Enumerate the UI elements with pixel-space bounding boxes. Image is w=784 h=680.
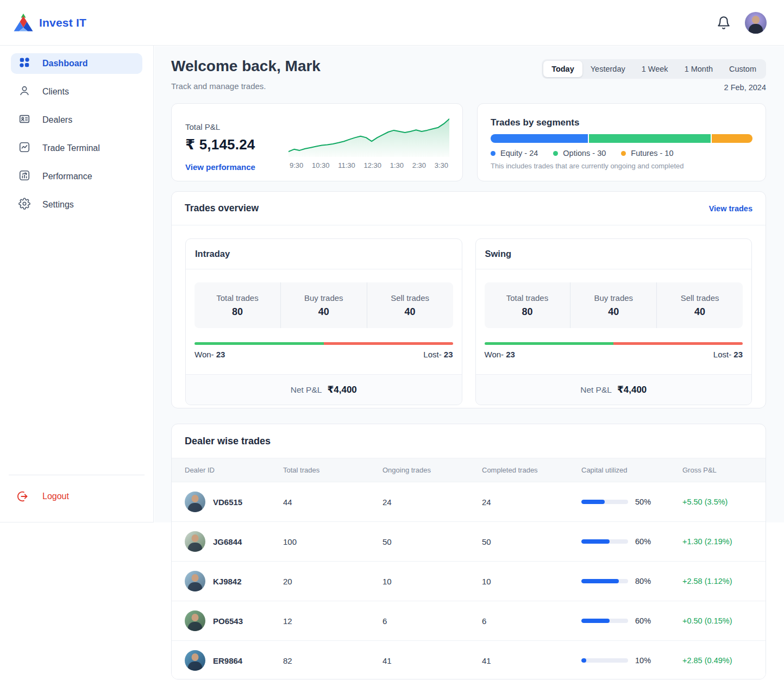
sparkline-time-label: 12:30 — [363, 161, 381, 169]
view-trades-link[interactable]: View trades — [709, 204, 752, 213]
trades-overview-card: Trades overview View trades Intraday Tot… — [171, 191, 766, 408]
sidebar-item-label: Dealers — [42, 115, 72, 125]
stat-label: Total trades — [506, 293, 549, 303]
capital-utilized-cell: 60% — [581, 616, 682, 625]
segments-stacked-bar — [491, 134, 752, 143]
total-pnl-value: ₹ 5,145.24 — [185, 136, 288, 153]
completed-trades-cell: 50 — [482, 537, 581, 546]
sidebar-item-settings[interactable]: Settings — [11, 194, 142, 215]
date-range-filter: TodayYesterday1 Week1 MonthCustom — [542, 59, 766, 79]
sidebar-item-dealers[interactable]: Dealers — [11, 110, 142, 130]
net-pnl-label: Net P&L — [291, 385, 322, 395]
net-pnl-footer: Net P&L ₹4,400 — [476, 374, 752, 405]
capital-progress-fill — [581, 539, 610, 544]
dealer-table-row[interactable]: ER9864 82 41 41 10% +2.85 (0.49%) — [172, 640, 766, 679]
net-pnl-footer: Net P&L ₹4,400 — [186, 374, 462, 405]
dealer-table-title: Dealer wise trades — [172, 424, 766, 458]
stat-value: 80 — [522, 306, 532, 318]
dealer-table-row[interactable]: KJ9842 20 10 10 80% +2.58 (1.12%) — [172, 561, 766, 601]
dealer-table-body: VD6515 44 24 24 50% +5.50 (3.5%) JG6844 … — [172, 482, 766, 679]
dealer-table-row[interactable]: PO6543 12 6 6 60% +0.50 (0.15%) — [172, 601, 766, 640]
gross-pnl-cell: +5.50 (3.5%) — [682, 498, 752, 506]
sparkline-time-label: 9:30 — [290, 161, 303, 169]
capital-progress-track — [581, 658, 628, 663]
sidebar-item-label: Settings — [42, 200, 74, 210]
segment-bar-equity — [491, 134, 588, 143]
stat-cell: Sell trades 40 — [656, 282, 743, 328]
capital-utilized-cell: 80% — [581, 577, 682, 585]
legend-label: Equity - 24 — [500, 149, 538, 158]
user-avatar[interactable] — [745, 12, 767, 34]
sidebar: Dashboard Clients Dealers Trade Terminal… — [0, 46, 154, 522]
legend-item: Equity - 24 — [491, 149, 538, 158]
filter-tab-1-month[interactable]: 1 Month — [676, 61, 721, 77]
filter-tab-1-week[interactable]: 1 Week — [634, 61, 676, 77]
stat-cell: Buy trades 40 — [280, 282, 367, 328]
total-pnl-card: Total P&L ₹ 5,145.24 View performance 9:… — [171, 103, 463, 181]
lost-bar-segment — [324, 342, 453, 345]
total-trades-cell: 44 — [283, 498, 382, 507]
page-subtitle: Track and manage trades. — [171, 81, 266, 91]
bar-chart-icon — [18, 169, 30, 184]
stat-value: 40 — [405, 306, 416, 318]
trades-by-segments-card: Trades by segments Equity - 24 Options -… — [477, 103, 766, 181]
sparkline-time-label: 10:30 — [312, 161, 330, 169]
trend-icon — [18, 141, 30, 155]
view-performance-link[interactable]: View performance — [185, 162, 255, 172]
sidebar-item-dashboard[interactable]: Dashboard — [11, 53, 142, 74]
won-bar-segment — [485, 342, 614, 345]
trade-type-card-swing: Swing Total trades 80 Buy trades 40 Sell… — [475, 238, 752, 405]
dealer-avatar — [185, 650, 205, 671]
filter-tab-custom[interactable]: Custom — [721, 61, 764, 77]
dealer-table-row[interactable]: VD6515 44 24 24 50% +5.50 (3.5%) — [172, 482, 766, 521]
sidebar-item-clients[interactable]: Clients — [11, 81, 142, 102]
sidebar-item-performance[interactable]: Performance — [11, 166, 142, 187]
grid-icon — [18, 56, 30, 71]
logout-button[interactable]: Logout — [9, 490, 78, 502]
capital-progress-track — [581, 539, 628, 544]
stat-cell: Total trades 80 — [195, 282, 280, 328]
trade-type-title: Intraday — [195, 249, 230, 259]
segments-legend: Equity - 24 Options - 30 Futures - 10 — [491, 149, 752, 158]
filter-tab-yesterday[interactable]: Yesterday — [582, 61, 634, 77]
gross-pnl-cell: +2.58 (1.12%) — [682, 577, 752, 585]
total-trades-cell: 12 — [283, 616, 382, 626]
notifications-bell-icon[interactable] — [717, 16, 731, 30]
legend-item: Options - 30 — [553, 149, 606, 158]
total-trades-cell: 20 — [283, 577, 382, 586]
sidebar-item-trade-terminal[interactable]: Trade Terminal — [11, 138, 142, 159]
stat-label: Sell trades — [391, 293, 429, 303]
sidebar-divider — [9, 475, 145, 475]
column-header-capital-utilized: Capital utilized — [581, 466, 682, 474]
sidebar-item-label: Trade Terminal — [42, 143, 100, 153]
trade-stats-box: Total trades 80 Buy trades 40 Sell trade… — [485, 282, 743, 328]
won-lost-bar — [485, 342, 743, 345]
column-header-total-trades: Total trades — [283, 466, 382, 474]
filter-tab-today[interactable]: Today — [543, 61, 582, 77]
dealer-id: PO6543 — [213, 616, 243, 626]
capital-utilized-cell: 10% — [581, 656, 682, 665]
dealer-id: JG6844 — [213, 537, 242, 546]
capital-progress-fill — [581, 579, 619, 583]
capital-utilized-cell: 50% — [581, 498, 682, 506]
logout-icon — [17, 490, 29, 502]
gear-icon — [18, 198, 30, 212]
segments-title: Trades by segments — [491, 117, 752, 128]
legend-dot-icon — [491, 151, 496, 156]
segment-bar-futures — [712, 134, 752, 143]
lost-label: Lost- 23 — [713, 350, 743, 359]
ongoing-trades-cell: 6 — [382, 616, 482, 626]
sidebar-nav: Dashboard Clients Dealers Trade Terminal… — [0, 46, 153, 223]
net-pnl-label: Net P&L — [580, 385, 612, 395]
stat-cell: Total trades 80 — [485, 282, 570, 328]
dealer-table-row[interactable]: JG6844 100 50 50 60% +1.30 (2.19%) — [172, 521, 766, 561]
column-header-dealer-id: Dealer ID — [185, 466, 283, 474]
dealer-table-header: Dealer IDTotal tradesOngoing tradesCompl… — [172, 458, 766, 482]
legend-item: Futures - 10 — [621, 149, 673, 158]
column-header-ongoing-trades: Ongoing trades — [382, 466, 482, 474]
dealer-avatar — [185, 571, 205, 591]
dealer-id: ER9864 — [213, 656, 242, 665]
stat-value: 80 — [232, 306, 243, 318]
brand-name: Invest IT — [39, 16, 86, 29]
ongoing-trades-cell: 50 — [382, 537, 482, 546]
